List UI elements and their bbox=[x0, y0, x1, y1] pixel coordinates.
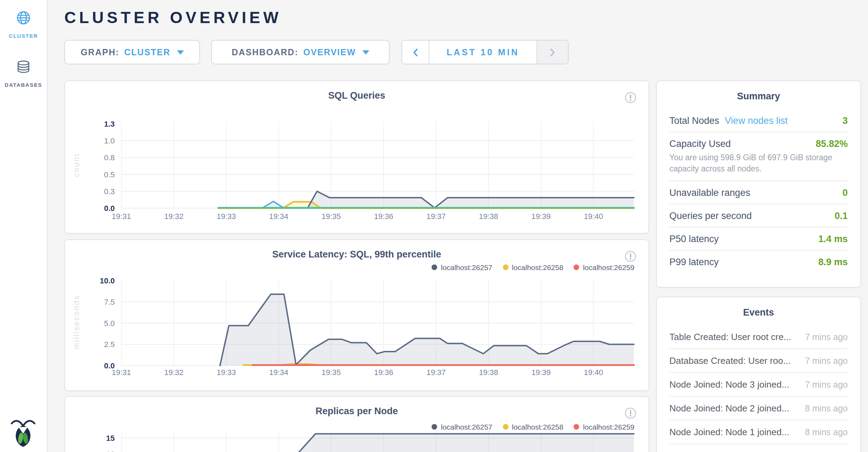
sidebar-item-databases[interactable]: DATABASES bbox=[0, 59, 47, 88]
event-text: Node Joined: Node 2 joined... bbox=[669, 403, 789, 414]
svg-text:19:38: 19:38 bbox=[479, 212, 498, 221]
svg-text:0.0: 0.0 bbox=[104, 361, 115, 370]
summary-value: 8.9 ms bbox=[818, 257, 848, 267]
legend-item: localhost:26257 bbox=[432, 423, 492, 431]
events-panel: Events Table Created: User root cre...7 … bbox=[656, 297, 861, 452]
svg-text:19:32: 19:32 bbox=[164, 212, 183, 221]
svg-text:19:33: 19:33 bbox=[216, 368, 236, 377]
svg-text:19:39: 19:39 bbox=[531, 212, 550, 221]
svg-text:19:36: 19:36 bbox=[374, 368, 393, 377]
event-row[interactable]: Node Joined: Node 1 joined...8 mins ago bbox=[669, 420, 848, 444]
chart-title: SQL Queries bbox=[65, 90, 648, 101]
time-window-next-button[interactable] bbox=[536, 41, 568, 64]
svg-text:milliseconds: milliseconds bbox=[72, 295, 81, 349]
svg-text:7.5: 7.5 bbox=[104, 298, 115, 306]
legend-dot-icon bbox=[432, 264, 437, 270]
svg-text:count: count bbox=[72, 153, 81, 177]
summary-row: Queries per second0.1 bbox=[669, 204, 848, 227]
svg-text:19:40: 19:40 bbox=[584, 212, 603, 221]
summary-value: 85.82% bbox=[816, 138, 848, 149]
event-row[interactable]: Node Joined: Node 3 joined...7 mins ago bbox=[669, 372, 848, 396]
svg-text:1.0: 1.0 bbox=[104, 136, 115, 145]
summary-value: 0 bbox=[842, 188, 848, 198]
event-row[interactable]: Node Joined: Node 2 joined...8 mins ago bbox=[669, 396, 848, 420]
svg-text:2.5: 2.5 bbox=[104, 340, 115, 349]
summary-label: P99 latency bbox=[669, 257, 719, 267]
dashboard-dropdown-label: DASHBOARD: bbox=[232, 47, 298, 57]
summary-subtext: You are using 598.9 GiB of 697.9 GiB sto… bbox=[669, 151, 848, 175]
event-row[interactable]: Database Created: User roo...7 mins ago bbox=[669, 348, 848, 372]
svg-text:19:40: 19:40 bbox=[584, 368, 603, 377]
summary-label: Total Nodes bbox=[669, 115, 719, 126]
chart-title: Replicas per Node bbox=[65, 406, 648, 416]
summary-label: P50 latency bbox=[669, 234, 719, 244]
event-text: Node Joined: Node 1 joined... bbox=[669, 427, 789, 437]
cockroachdb-logo-icon[interactable] bbox=[10, 418, 36, 447]
summary-label: Capacity Used bbox=[669, 138, 731, 149]
legend-dot-icon bbox=[503, 264, 508, 270]
svg-text:19:38: 19:38 bbox=[479, 368, 498, 377]
summary-value: 1.4 ms bbox=[818, 234, 848, 244]
legend-dot-icon bbox=[574, 264, 579, 270]
sidebar-item-cluster[interactable]: CLUSTER bbox=[0, 10, 47, 39]
sql-queries-chart: 19:3119:3219:3319:3419:3519:3619:3719:38… bbox=[65, 81, 647, 232]
controls-bar: GRAPH: CLUSTER DASHBOARD: OVERVIEW LAST … bbox=[64, 40, 569, 64]
time-window-label[interactable]: LAST 10 MIN bbox=[429, 41, 536, 64]
svg-text:19:39: 19:39 bbox=[531, 368, 550, 377]
svg-text:19:34: 19:34 bbox=[269, 212, 288, 221]
svg-text:0.5: 0.5 bbox=[104, 170, 115, 179]
svg-text:1.3: 1.3 bbox=[104, 120, 115, 128]
sidebar: CLUSTER DATABASES bbox=[0, 0, 48, 452]
info-icon[interactable] bbox=[625, 250, 636, 265]
event-time: 8 mins ago bbox=[805, 427, 848, 437]
svg-text:19:37: 19:37 bbox=[426, 212, 446, 221]
sidebar-item-label: CLUSTER bbox=[9, 33, 38, 39]
event-time: 7 mins ago bbox=[805, 356, 848, 366]
event-time: 8 mins ago bbox=[805, 403, 848, 413]
sql-queries-chart-card: SQL Queries 19:3119:3219:3319:3419:3519:… bbox=[64, 80, 649, 234]
svg-text:19:33: 19:33 bbox=[216, 212, 236, 221]
svg-text:10.0: 10.0 bbox=[100, 276, 115, 285]
chevron-down-icon bbox=[362, 50, 369, 54]
time-window-prev-button[interactable] bbox=[402, 41, 429, 64]
event-text: Node Joined: Node 3 joined... bbox=[669, 379, 789, 390]
events-rows: Table Created: User root cre...7 mins ag… bbox=[669, 325, 848, 444]
chart-title: Service Latency: SQL, 99th percentile bbox=[65, 249, 648, 260]
legend-dot-icon bbox=[574, 424, 579, 430]
legend-item: localhost:26258 bbox=[503, 423, 563, 431]
app-root: CLUSTER DATABASES bbox=[0, 0, 868, 452]
chart-legend: localhost:26257localhost:26258localhost:… bbox=[432, 263, 634, 271]
event-text: Table Created: User root cre... bbox=[669, 332, 791, 342]
graph-dropdown[interactable]: GRAPH: CLUSTER bbox=[64, 40, 200, 64]
chevron-right-icon bbox=[549, 47, 556, 57]
summary-value: 3 bbox=[842, 115, 848, 126]
sidebar-item-label: DATABASES bbox=[5, 82, 42, 88]
svg-text:10: 10 bbox=[106, 450, 115, 452]
graph-dropdown-value: CLUSTER bbox=[124, 47, 170, 57]
info-icon[interactable] bbox=[625, 92, 636, 106]
info-icon[interactable] bbox=[625, 407, 636, 422]
svg-text:19:36: 19:36 bbox=[374, 212, 393, 221]
svg-text:0.8: 0.8 bbox=[104, 153, 115, 162]
svg-text:0.0: 0.0 bbox=[104, 204, 115, 213]
event-text: Database Created: User roo... bbox=[669, 355, 791, 366]
dashboard-dropdown[interactable]: DASHBOARD: OVERVIEW bbox=[211, 40, 390, 64]
legend-dot-icon bbox=[432, 424, 437, 430]
svg-text:19:35: 19:35 bbox=[321, 212, 341, 221]
summary-value: 0.1 bbox=[834, 211, 848, 221]
svg-text:19:34: 19:34 bbox=[269, 368, 288, 377]
view-nodes-list-link[interactable]: View nodes list bbox=[725, 115, 788, 126]
event-row[interactable]: Table Created: User root cre...7 mins ag… bbox=[669, 325, 848, 348]
summary-row: Capacity Used85.82%You are using 598.9 G… bbox=[669, 132, 848, 181]
globe-icon bbox=[15, 10, 31, 29]
service-latency-chart-card: Service Latency: SQL, 99th percentile lo… bbox=[64, 239, 649, 391]
chevron-left-icon bbox=[412, 47, 419, 57]
events-title: Events bbox=[657, 307, 860, 318]
chevron-down-icon bbox=[177, 50, 184, 54]
legend-dot-icon bbox=[503, 424, 508, 430]
summary-row: P50 latency1.4 ms bbox=[669, 227, 848, 250]
svg-text:19:37: 19:37 bbox=[426, 368, 446, 377]
event-time: 7 mins ago bbox=[805, 380, 848, 389]
summary-row: Unavailable ranges0 bbox=[669, 181, 848, 204]
legend-item: localhost:26258 bbox=[503, 263, 563, 271]
